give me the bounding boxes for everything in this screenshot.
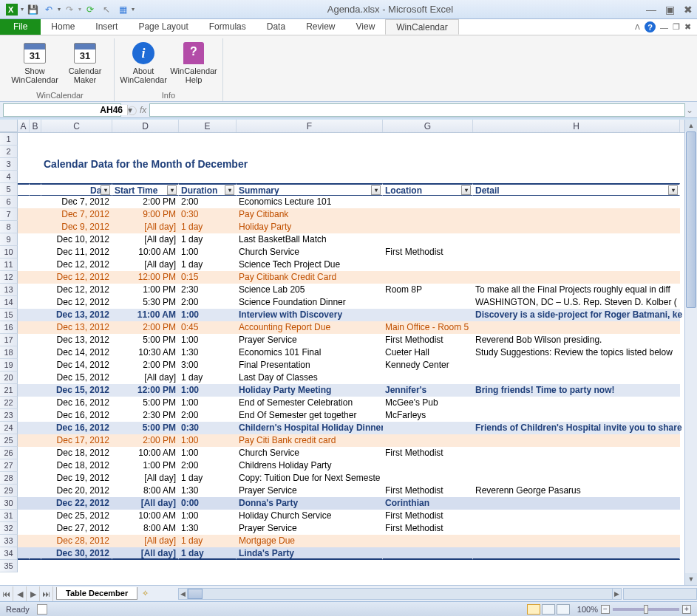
- table-row[interactable]: 10Dec 11, 201210:00 AM1:00Church Service…: [0, 246, 684, 259]
- cell[interactable]: [30, 246, 41, 259]
- column-header-cell[interactable]: Location▾: [383, 183, 473, 196]
- row-header[interactable]: 14: [0, 296, 18, 309]
- cell[interactable]: Cueter Hall: [383, 346, 473, 359]
- table-row[interactable]: 31Dec 25, 201210:00 AM1:00Holiday Church…: [0, 510, 684, 522]
- cell[interactable]: [383, 171, 473, 183]
- cell[interactable]: [473, 560, 680, 572]
- cell[interactable]: 10:00 AM: [112, 510, 179, 522]
- filter-dropdown-icon[interactable]: ▾: [371, 185, 381, 195]
- cell[interactable]: [383, 459, 473, 472]
- tab-insert[interactable]: Insert: [85, 19, 128, 35]
- cell[interactable]: 2:30: [179, 284, 237, 296]
- cell[interactable]: [30, 497, 41, 510]
- table-row[interactable]: 28Dec 19, 2012[All day]1 dayCopy: Tuitio…: [0, 472, 684, 485]
- column-header-G[interactable]: G: [383, 120, 473, 132]
- cell[interactable]: [18, 397, 30, 409]
- cell[interactable]: First Methodist: [383, 485, 473, 497]
- cell[interactable]: [473, 233, 680, 246]
- cell[interactable]: Discovery is a side-project for Roger Ba…: [473, 309, 680, 321]
- sheet-tab[interactable]: Table December: [56, 587, 137, 600]
- column-header-cell[interactable]: Detail▾: [473, 183, 680, 196]
- hscroll-right-icon[interactable]: ▶: [612, 589, 621, 599]
- cell[interactable]: Pay Citi Bank credit card: [237, 434, 383, 447]
- cell[interactable]: [237, 146, 383, 158]
- tab-data[interactable]: Data: [256, 19, 296, 35]
- cell[interactable]: Calendar Data for the Month of December: [41, 158, 112, 171]
- cell[interactable]: [18, 447, 30, 459]
- qat-dropdown-icon[interactable]: ▾: [21, 6, 24, 13]
- workbook-restore-icon[interactable]: ❐: [673, 22, 680, 32]
- cell[interactable]: Room 8P: [383, 284, 473, 296]
- row-header[interactable]: 33: [0, 535, 18, 547]
- cell[interactable]: [30, 535, 41, 547]
- table-row[interactable]: 32Dec 27, 20128:00 AM1:30Prayer ServiceF…: [0, 522, 684, 535]
- filter-dropdown-icon[interactable]: ▾: [461, 185, 471, 195]
- cursor-icon[interactable]: ↖: [99, 2, 114, 17]
- cell[interactable]: [30, 510, 41, 522]
- row-header[interactable]: 23: [0, 409, 18, 422]
- zoom-in-icon[interactable]: +: [682, 605, 691, 614]
- cell[interactable]: 0:00: [179, 497, 237, 510]
- cell[interactable]: Dec 15, 2012: [41, 384, 112, 397]
- cell[interactable]: [473, 246, 680, 259]
- table-row[interactable]: 1: [0, 133, 684, 146]
- cell[interactable]: [18, 434, 30, 447]
- column-header-A[interactable]: A: [18, 120, 30, 132]
- cell[interactable]: [30, 221, 41, 233]
- cell[interactable]: Dec 7, 2012: [41, 196, 112, 208]
- cell[interactable]: [30, 334, 41, 346]
- cell[interactable]: [237, 560, 383, 572]
- cell[interactable]: [30, 547, 41, 560]
- column-header-cell[interactable]: [30, 183, 41, 196]
- cell[interactable]: [All day]: [112, 259, 179, 271]
- zoom-level[interactable]: 100%: [577, 605, 598, 614]
- cell[interactable]: 2:00 PM: [112, 321, 179, 334]
- cell[interactable]: [30, 309, 41, 321]
- cell[interactable]: 2:00 PM: [112, 196, 179, 208]
- row-header[interactable]: 22: [0, 397, 18, 409]
- file-tab[interactable]: File: [0, 19, 41, 35]
- cell[interactable]: [18, 196, 30, 208]
- cell[interactable]: Mortgage Due: [237, 535, 383, 547]
- column-header-B[interactable]: B: [30, 120, 41, 132]
- redo-icon[interactable]: ↷: [62, 2, 77, 17]
- cell[interactable]: 1:30: [179, 485, 237, 497]
- cell[interactable]: 1:00: [179, 334, 237, 346]
- cell[interactable]: Dec 7, 2012: [41, 208, 112, 221]
- normal-view-icon[interactable]: [527, 604, 540, 615]
- cell[interactable]: Dec 14, 2012: [41, 359, 112, 372]
- cell[interactable]: 2:00 PM: [112, 434, 179, 447]
- cell[interactable]: [383, 422, 473, 434]
- name-box-input[interactable]: [4, 105, 127, 115]
- cell[interactable]: [18, 422, 30, 434]
- cell[interactable]: [30, 422, 41, 434]
- cell[interactable]: [383, 372, 473, 384]
- horizontal-scrollbar[interactable]: ◀ ▶: [178, 588, 622, 600]
- cell[interactable]: 1 day: [179, 233, 237, 246]
- cell[interactable]: [18, 560, 30, 572]
- table-row[interactable]: 19Dec 14, 20122:00 PM3:00Final Presentat…: [0, 359, 684, 372]
- cell[interactable]: [30, 397, 41, 409]
- cell[interactable]: [179, 560, 237, 572]
- cell[interactable]: [383, 146, 473, 158]
- cell[interactable]: Prayer Service: [237, 522, 383, 535]
- table-row[interactable]: 8Dec 9, 2012[All day]1 dayHoliday Party: [0, 221, 684, 233]
- cell[interactable]: 2:00 PM: [112, 359, 179, 372]
- row-header[interactable]: 12: [0, 271, 18, 284]
- cell[interactable]: Dec 19, 2012: [41, 472, 112, 485]
- filter-dropdown-icon[interactable]: ▾: [101, 185, 110, 195]
- cell[interactable]: 5:30 PM: [112, 296, 179, 309]
- table-row[interactable]: 30Dec 22, 2012[All day]0:00Donna's Party…: [0, 497, 684, 510]
- cell[interactable]: Dec 11, 2012: [41, 246, 112, 259]
- cell[interactable]: [18, 485, 30, 497]
- cell[interactable]: [30, 233, 41, 246]
- cell[interactable]: [41, 560, 112, 572]
- cell[interactable]: [30, 259, 41, 271]
- new-sheet-icon[interactable]: ✧: [142, 589, 149, 598]
- cell[interactable]: Dec 9, 2012: [41, 221, 112, 233]
- tab-page-layout[interactable]: Page Layout: [128, 19, 198, 35]
- table-row[interactable]: 11Dec 12, 2012[All day]1 dayScience Tech…: [0, 259, 684, 271]
- cell[interactable]: [18, 497, 30, 510]
- table-row[interactable]: 9Dec 10, 2012[All day]1 dayLast BasketBa…: [0, 233, 684, 246]
- scroll-thumb[interactable]: [686, 131, 696, 308]
